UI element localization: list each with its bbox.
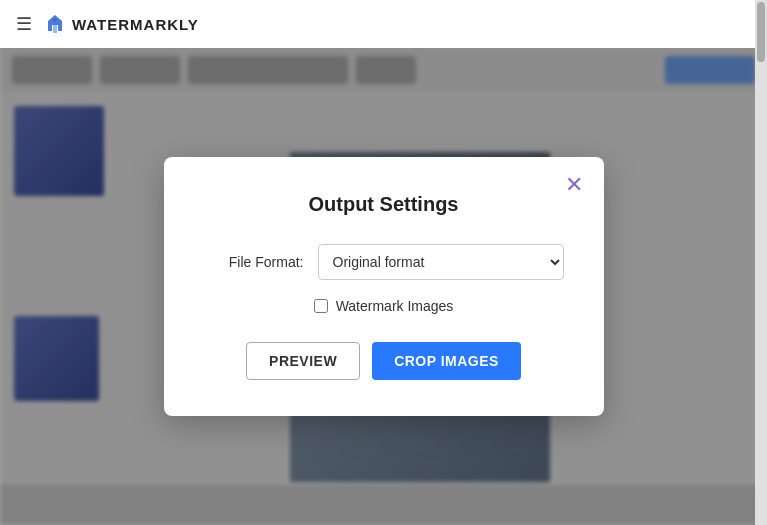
logo: WATERMARKLY <box>44 13 199 35</box>
modal-overlay: ✕ Output Settings File Format: Original … <box>0 48 767 525</box>
watermark-checkbox[interactable] <box>314 299 328 313</box>
modal-dialog: ✕ Output Settings File Format: Original … <box>164 157 604 416</box>
scrollbar-thumb[interactable] <box>757 2 765 62</box>
file-format-row: File Format: Original format JPEG PNG WE… <box>204 244 564 280</box>
file-format-label: File Format: <box>204 254 304 270</box>
close-button[interactable]: ✕ <box>560 171 588 199</box>
scrollbar[interactable] <box>755 0 767 525</box>
crop-images-button[interactable]: CROP IMAGES <box>372 342 521 380</box>
logo-text: WATERMARKLY <box>72 16 199 33</box>
preview-button[interactable]: PREVIEW <box>246 342 360 380</box>
menu-icon[interactable]: ☰ <box>16 13 32 35</box>
header: ☰ WATERMARKLY <box>0 0 767 48</box>
file-format-select[interactable]: Original format JPEG PNG WEBP <box>318 244 564 280</box>
modal-buttons: PREVIEW CROP IMAGES <box>204 342 564 380</box>
svg-point-0 <box>53 18 57 22</box>
watermark-label: Watermark Images <box>336 298 454 314</box>
modal-title: Output Settings <box>204 193 564 216</box>
close-icon: ✕ <box>565 174 583 196</box>
logo-icon <box>44 13 66 35</box>
watermark-row: Watermark Images <box>204 298 564 314</box>
